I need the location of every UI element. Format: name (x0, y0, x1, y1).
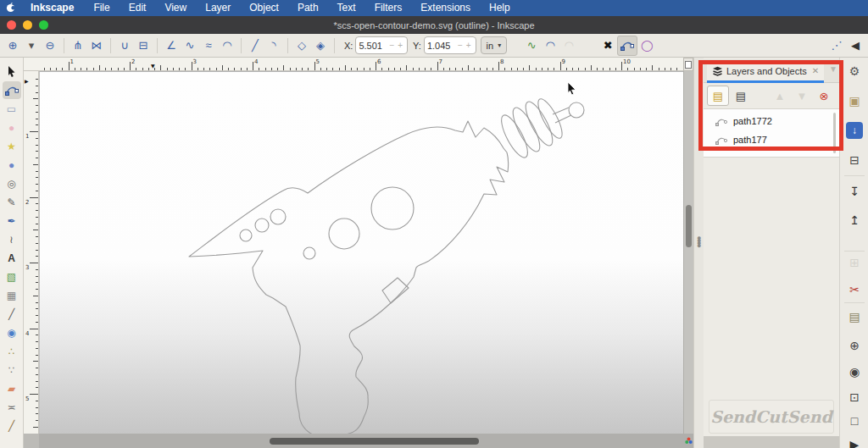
canvas[interactable] (39, 71, 683, 434)
canvas-corner-button[interactable] (683, 58, 693, 71)
zoom-selection-icon[interactable]: □ (846, 412, 863, 429)
next-path-effect-icon[interactable]: ∿ (522, 36, 541, 55)
y-plus-stepper[interactable]: + (465, 41, 473, 50)
ruler-number: 1 (25, 133, 29, 140)
zoom-drawing-icon[interactable]: ◉ (846, 363, 863, 380)
text-tool[interactable]: A (3, 249, 21, 267)
menu-item-view[interactable]: View (155, 0, 196, 16)
apple-icon[interactable] (0, 2, 20, 15)
tweak-tool[interactable]: ∴ (3, 342, 21, 360)
vertical-scrollbar[interactable] (683, 71, 693, 434)
edit-clipping-path-icon[interactable]: ◠ (541, 36, 559, 55)
smooth-node-icon[interactable]: ∿ (181, 36, 199, 55)
corner-node-icon[interactable]: ∠ (162, 36, 181, 55)
dock-arrow-icon[interactable]: ▼ (829, 64, 837, 74)
connector-tool[interactable]: ≍ (3, 398, 21, 416)
node-tool[interactable] (3, 81, 21, 99)
menu-item-file[interactable]: File (84, 0, 119, 16)
unit-dropdown[interactable]: in ▾ (481, 36, 508, 54)
export-icon[interactable]: ↥ (846, 212, 863, 229)
menu-item-help[interactable]: Help (480, 0, 520, 16)
selector-tool[interactable] (3, 63, 21, 80)
horizontal-scrollbar-thumb[interactable] (270, 438, 479, 445)
lower-item-icon[interactable]: ▼ (792, 86, 812, 105)
eraser-tool[interactable]: ▰ (3, 379, 21, 397)
menu-item-filters[interactable]: Filters (365, 0, 412, 16)
menu-item-edit[interactable]: Edit (120, 0, 156, 16)
close-tab-icon[interactable]: ✕ (812, 66, 819, 75)
pencil-tool[interactable]: ✎ (3, 193, 21, 211)
spray-tool[interactable]: ∵ (3, 361, 21, 379)
line-segment-icon[interactable]: ╱ (246, 36, 264, 55)
paint-bucket-tool[interactable]: ◉ (3, 324, 21, 341)
color-management-toggle[interactable] (683, 434, 693, 448)
edit-mask-icon[interactable]: ◠ (559, 36, 578, 55)
document-properties-icon[interactable]: ⚙ (846, 63, 863, 80)
rectangle-tool[interactable]: ▭ (3, 100, 21, 118)
box3d-tool[interactable]: ● (3, 156, 21, 174)
menu-app-name[interactable]: Inkscape (20, 0, 84, 16)
object-list-item[interactable]: path177 (704, 130, 839, 149)
insert-node-dropdown[interactable]: ▾ (22, 36, 41, 55)
menu-item-layer[interactable]: Layer (196, 0, 240, 16)
stroke-to-path-icon[interactable]: ◈ (311, 36, 330, 55)
copy-icon[interactable]: ⊞ (846, 254, 863, 271)
cut-icon[interactable]: ✂ (846, 281, 863, 298)
delete-node-icon[interactable]: ⊖ (41, 36, 59, 55)
open-document-icon[interactable]: ▣ (846, 92, 863, 109)
horizontal-scrollbar[interactable] (39, 434, 683, 448)
object-to-path-icon[interactable]: ◇ (292, 36, 311, 55)
symmetric-node-icon[interactable]: ≈ (199, 36, 218, 55)
add-layer-icon[interactable]: ▤ (731, 86, 751, 105)
expand-dock-icon[interactable]: ▶ (846, 436, 863, 448)
x-minus-stepper[interactable]: − (387, 41, 396, 50)
list-scrollbar[interactable] (833, 113, 836, 153)
menu-item-text[interactable]: Text (328, 0, 365, 16)
object-list-item[interactable]: path1772 (704, 112, 839, 130)
collapse-toolbar-icon[interactable]: ◀ (846, 36, 865, 55)
measure-tool[interactable]: ╱ (3, 417, 21, 434)
show-transform-handles-icon[interactable]: ✖ (598, 36, 617, 55)
snapping-icon[interactable]: ⋰ (827, 36, 846, 55)
raise-item-icon[interactable]: ▲ (770, 86, 790, 105)
ellipse-tool[interactable]: ● (3, 119, 21, 136)
gradient-tool[interactable]: ▧ (3, 268, 21, 285)
star-tool[interactable]: ★ (3, 137, 21, 155)
join-nodes-icon[interactable]: ⋈ (87, 36, 106, 55)
chevron-down-icon: ▾ (498, 41, 501, 49)
import-icon[interactable]: ↧ (846, 183, 863, 200)
join-with-segment-icon[interactable]: ∪ (115, 36, 134, 55)
menu-item-object[interactable]: Object (240, 0, 288, 16)
show-bezier-handles-icon[interactable] (617, 36, 637, 56)
y-minus-stepper[interactable]: − (456, 41, 465, 50)
break-path-icon[interactable]: ⋔ (69, 36, 87, 55)
y-coordinate-field[interactable]: 1.045 − + (424, 36, 476, 54)
current-layer-icon[interactable]: ▤ (707, 86, 729, 106)
curve-segment-icon[interactable]: ◝ (264, 36, 283, 55)
print-icon[interactable]: ⊟ (846, 152, 863, 169)
menu-item-extensions[interactable]: Extensions (411, 0, 480, 16)
save-icon[interactable]: ↓ (846, 122, 863, 139)
delete-segment-icon[interactable]: ⊟ (134, 36, 153, 55)
delete-item-icon[interactable]: ⊗ (814, 86, 834, 105)
menu-item-path[interactable]: Path (288, 0, 328, 16)
zoom-in-icon[interactable]: ⊕ (846, 337, 863, 354)
splitter-grip[interactable]: ●●●● (697, 237, 701, 247)
paste-icon[interactable]: ▤ (846, 308, 863, 325)
tab-layers-and-objects[interactable]: Layers and Objects ✕ (707, 61, 824, 83)
calligraphy-tool[interactable]: ≀ (3, 230, 21, 248)
zoom-page-icon[interactable]: ⊡ (846, 389, 863, 406)
insert-node-icon[interactable]: ⊕ (3, 36, 22, 55)
panel-splitter[interactable]: ●●●● (693, 58, 704, 448)
dropper-tool[interactable]: ╱ (3, 305, 21, 323)
ruler-number: 4 (254, 58, 258, 65)
mesh-gradient-tool[interactable]: ▦ (3, 286, 21, 304)
pen-tool[interactable]: ✒ (3, 212, 21, 230)
auto-smooth-node-icon[interactable]: ◠ (218, 36, 236, 55)
show-path-outline-icon[interactable]: ◯ (637, 36, 656, 55)
spiral-tool[interactable]: ◎ (3, 174, 21, 192)
x-coordinate-field[interactable]: 5.501 − + (355, 36, 408, 54)
mouse-cursor (566, 81, 577, 99)
vertical-scrollbar-thumb[interactable] (686, 205, 692, 247)
x-plus-stepper[interactable]: + (396, 41, 404, 50)
